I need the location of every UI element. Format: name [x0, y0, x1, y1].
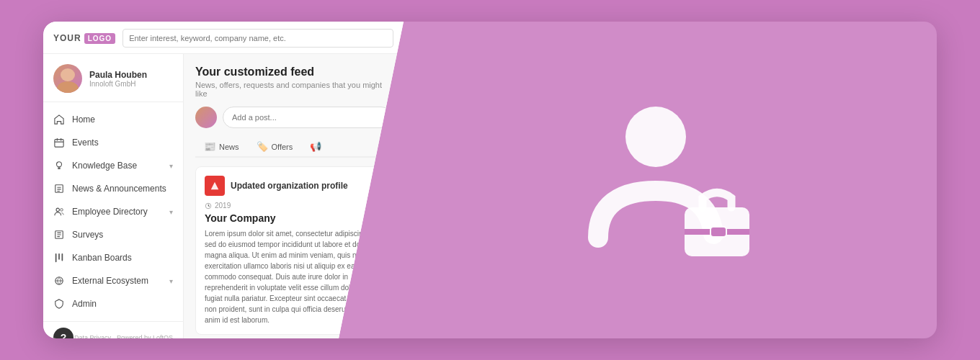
- app-body: Paula Houben Innoloft GmbH Home: [43, 54, 404, 338]
- sidebar-item-ecosystem-label: External Ecosystem: [72, 276, 148, 286]
- house-icon: [53, 114, 65, 125]
- sidebar-item-knowledge-base-label: Knowledge Base: [72, 161, 137, 171]
- logo-logo: LOGO: [84, 33, 115, 44]
- user-company: Innoloft GmbH: [89, 80, 147, 88]
- main-container: YOUR LOGO Paula Houben Innoloft GmbH: [43, 22, 937, 338]
- tab-offers[interactable]: 🏷️ Offers: [248, 137, 302, 158]
- sidebar-item-news-label: News & Announcements: [72, 184, 166, 194]
- logo-your: YOUR: [53, 33, 81, 43]
- post-body: Lorem ipsum dolor sit amet, consectetur …: [205, 228, 383, 325]
- browser-window: YOUR LOGO Paula Houben Innoloft GmbH: [43, 22, 404, 338]
- list-icon: [53, 229, 65, 240]
- svg-point-4: [61, 209, 63, 212]
- tab-news[interactable]: 📰 News: [195, 137, 248, 158]
- sidebar: Paula Houben Innoloft GmbH Home: [43, 54, 184, 338]
- help-button[interactable]: ?: [53, 328, 74, 338]
- sidebar-item-news[interactable]: News & Announcements: [43, 177, 183, 200]
- powered-by: Powered by LoftOS: [117, 334, 173, 338]
- tab-news-label: News: [219, 143, 239, 151]
- post-year-badge: 2019: [205, 202, 383, 210]
- post-org-icon: [205, 176, 225, 196]
- sidebar-footer: ? Data Privacy Powered by LoftOS: [43, 321, 183, 338]
- kanban-icon: [53, 252, 65, 264]
- sidebar-item-admin-label: Admin: [72, 299, 97, 309]
- nav-items: Home Events: [43, 102, 183, 321]
- sidebar-item-knowledge-base[interactable]: Knowledge Base ▾: [43, 154, 183, 177]
- search-input[interactable]: [122, 29, 393, 48]
- news-tab-icon: 📰: [204, 141, 215, 152]
- post-title: Updated organization profile: [231, 181, 348, 191]
- browser-topbar: YOUR LOGO: [43, 22, 404, 54]
- chevron-down-icon-3: ▾: [169, 277, 173, 285]
- sidebar-item-events-label: Events: [72, 138, 99, 148]
- shield-icon: [53, 298, 65, 310]
- main-content: Your customized feed News, offers, reque…: [184, 54, 404, 338]
- sidebar-item-employee-directory[interactable]: Employee Directory ▾: [43, 200, 183, 223]
- user-name: Paula Houben: [89, 70, 147, 80]
- chevron-down-icon-2: ▾: [169, 208, 173, 216]
- post-input[interactable]: [223, 107, 392, 128]
- sidebar-item-surveys-label: Surveys: [72, 230, 103, 240]
- post-input-row: [195, 107, 392, 128]
- post-header: Updated organization profile: [205, 176, 383, 196]
- sidebar-item-kanban[interactable]: Kanban Boards: [43, 246, 183, 269]
- svg-rect-0: [55, 140, 63, 148]
- person-group-icon: [53, 206, 65, 217]
- post-card: Updated organization profile 2019 Your C…: [195, 166, 392, 335]
- right-panel: [404, 22, 937, 338]
- footer-links: Data Privacy Powered by LoftOS: [74, 334, 173, 338]
- lightbulb-icon: [53, 160, 65, 171]
- sidebar-item-admin[interactable]: Admin: [43, 292, 183, 315]
- avatar: [53, 64, 82, 93]
- sidebar-item-kanban-label: Kanban Boards: [72, 253, 132, 263]
- feed-title: Your customized feed: [195, 66, 392, 78]
- svg-point-8: [625, 107, 686, 167]
- feed-subtitle: News, offers, requests and companies tha…: [195, 81, 392, 98]
- chevron-down-icon: ▾: [169, 162, 173, 170]
- svg-point-3: [56, 208, 59, 211]
- user-info: Paula Houben Innoloft GmbH: [89, 70, 147, 88]
- sidebar-item-home-label: Home: [72, 114, 95, 125]
- data-privacy-link[interactable]: Data Privacy: [74, 334, 111, 338]
- sidebar-item-home[interactable]: Home: [43, 108, 183, 131]
- sidebar-item-events[interactable]: Events: [43, 131, 183, 154]
- post-year: 2019: [215, 202, 231, 210]
- offers-tab-icon: 🏷️: [257, 141, 268, 152]
- user-profile: Paula Houben Innoloft GmbH: [43, 54, 183, 102]
- post-company-name: Your Company: [205, 212, 383, 224]
- svg-point-1: [57, 162, 62, 167]
- post-avatar: [195, 107, 217, 128]
- tab-offers-label: Offers: [272, 143, 293, 151]
- sidebar-item-ecosystem[interactable]: External Ecosystem ▾: [43, 269, 183, 292]
- tab-requests[interactable]: 📢: [301, 137, 330, 158]
- calendar-icon: [53, 137, 65, 148]
- feed-tabs: 📰 News 🏷️ Offers 📢: [195, 137, 392, 158]
- sidebar-item-surveys[interactable]: Surveys: [43, 223, 183, 246]
- svg-rect-11: [710, 227, 726, 237]
- requests-tab-icon: 📢: [310, 141, 321, 152]
- logo: YOUR LOGO: [53, 33, 115, 44]
- external-icon: [53, 275, 65, 287]
- sidebar-item-employee-directory-label: Employee Directory: [72, 207, 148, 217]
- newspaper-icon: [53, 183, 65, 194]
- person-work-icon: [576, 86, 764, 274]
